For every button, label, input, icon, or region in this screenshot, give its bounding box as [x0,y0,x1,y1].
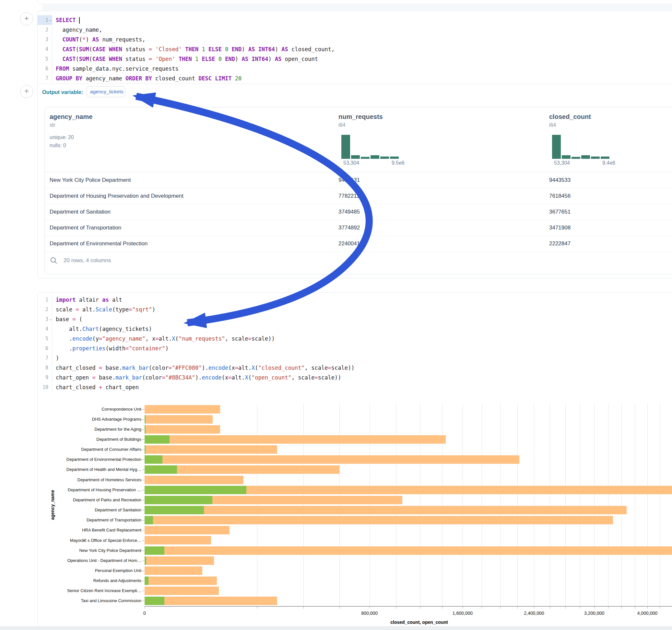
y-axis-label: Personal Exemption Unit [42,568,141,573]
code-token: WHEN [109,46,122,52]
add-cell-button-output[interactable]: + [20,85,33,98]
column-header-agency-name[interactable]: agency_name [50,113,92,121]
code-token: + [99,384,102,390]
table-row[interactable]: New York City Police Department945313194… [45,172,672,188]
y-axis-label: Department of Buildings [42,437,141,442]
line-number: 7 [37,353,48,363]
code-token: = [99,335,102,342]
output-section-divider [38,83,672,84]
python-gutter-divider [52,295,52,392]
histogram-bar [390,156,399,159]
code-token [192,56,195,62]
x-axis-tick-label: 3,200,000 [572,610,617,616]
y-axis-label: Department of Consumer Affairs [42,447,141,452]
line-number: 2 [37,25,48,35]
cell-closed-count: 3471908 [549,220,571,236]
code-token: ( [89,46,92,52]
x-axis-tick [534,607,534,609]
histogram-bar [601,156,609,159]
code-token: ). [195,374,201,381]
code-token: status [122,56,149,62]
code-token: scale)) [251,335,275,342]
open-count-bar [145,556,146,565]
code-token: (agency_tickets) [99,326,152,332]
code-token: WHEN [109,56,122,62]
code-token: = [248,335,251,342]
gridline [608,404,608,606]
code-token: ) [268,56,274,62]
gridline [647,404,648,606]
y-axis-tick [142,601,144,601]
table-row[interactable]: Department of Housing Preservation and D… [45,188,672,204]
code-token: = [149,56,152,62]
code-token: , scale [305,365,328,371]
code-token: ( [75,56,79,62]
code-token: = [75,306,79,313]
code-token: DESC [198,75,212,82]
code-token: mark_bar [122,365,149,371]
notebook-page: + + 1⌄SELECT 2 agency_name,3 COUNT(*) AS… [0,0,672,630]
output-variable-pill[interactable]: agency_tickets [87,86,125,97]
line-number: 5 [37,334,48,343]
x-axis-tick [565,607,566,609]
table-row-count: 20 rows, 4 columns [64,256,111,265]
closed-count-bar [145,547,672,555]
gridline [339,404,340,606]
closed-count-bar [145,566,202,575]
gridline [420,404,421,606]
table-row[interactable]: Department of Sanitation37494853677651 [45,204,672,220]
closed-count-hist-max: 9.4e6 [584,160,615,166]
code-token: AS [275,56,281,62]
code-token: = [129,306,132,313]
code-token [182,46,185,52]
code-token [212,75,215,82]
cell-num-requests: 7782211 [338,188,360,204]
y-axis-tick [142,591,144,591]
code-token: properties [72,345,105,352]
code-token: ELSE [202,56,215,62]
code-token: chart_closed [56,365,99,371]
code-token: chart_closed [56,384,99,390]
code-line: SELECT [56,15,80,25]
closed-count-bar [145,506,627,514]
code-token [215,56,218,62]
y-axis-label: Refunds and Adjustments [42,578,141,583]
code-token: "closed_count" [258,365,305,371]
table-row[interactable]: Department of Transportation377489234719… [45,220,672,236]
code-token: ). [201,365,208,371]
y-axis-label: DHS Advantage Programs [42,417,141,422]
code-token: 0 [225,46,228,52]
cell-num-requests: 2240041 [338,236,360,251]
column-type-num-requests: i64 [338,122,345,128]
column-header-closed-count[interactable]: closed_count [549,113,591,121]
cell-num-requests: 3749485 [338,204,360,220]
line-number: 8 [37,363,48,373]
code-token: ( [75,316,82,322]
table-row[interactable]: Department of Environmental Protection22… [45,236,672,252]
add-cell-button-top[interactable]: + [20,12,33,25]
line-number: 10 [37,382,48,392]
line-number: 6 [37,64,48,74]
code-token: (y [92,335,99,342]
code-token: agency_name, [56,27,102,33]
gridline [462,404,463,606]
cell-agency-name: Department of Environmental Protection [50,236,147,251]
code-token: CASE [92,56,106,62]
open-count-bar [145,415,146,423]
code-token: "open_count" [251,374,291,381]
x-axis-tick [550,607,550,609]
column-header-num-requests[interactable]: num_requests [338,113,383,121]
code-token [152,46,155,52]
x-axis-tick [518,607,518,609]
cell-closed-count: 9443533 [549,172,571,188]
code-token: = [92,374,96,381]
code-token: ORDER BY [125,75,152,82]
search-icon[interactable] [50,257,58,264]
gridline [580,404,580,606]
x-axis-tick [647,607,648,609]
code-token [229,46,232,52]
code-token: CASE [92,46,106,52]
y-axis-label: Department of Housing Preservation … [42,487,141,492]
code-token: base [56,316,72,322]
closed-count-bar [145,425,220,434]
